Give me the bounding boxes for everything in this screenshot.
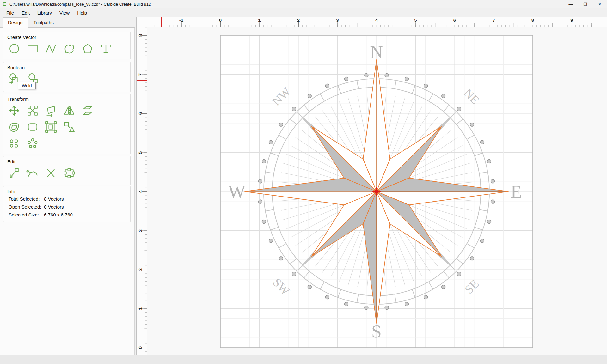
application-window: C:/Users/willa/Downloads/compass_rose_v8… (0, 0, 607, 364)
curve-tool[interactable] (61, 41, 77, 56)
transform-group: Transform (3, 94, 131, 154)
info-value: 6.760 x 6.760 (44, 212, 73, 217)
canvas-area: -10123456789 876543210 N E S W NW NE SW (135, 17, 607, 355)
v-ruler-number: 5 (138, 151, 143, 154)
info-label: Selected Size: (9, 212, 44, 217)
trim-tool[interactable] (43, 166, 59, 181)
h-ruler-number: 1 (258, 17, 261, 23)
compass-label-e[interactable]: E (511, 181, 522, 202)
info-group: Info Total Selected: 8 Vectors Open Sele… (3, 186, 131, 222)
boolean-group: Boolean Weld (3, 62, 131, 92)
v-ruler-number: 7 (138, 73, 143, 76)
info-value: 0 Vectors (44, 204, 64, 209)
scale-copy-tool[interactable] (61, 119, 77, 135)
nested-offset-tool[interactable] (43, 119, 59, 135)
compass-label-w[interactable]: W (228, 181, 246, 202)
ruler-cursor-y (137, 80, 147, 81)
menu-bar: FileEditLibraryViewHelp (0, 8, 607, 17)
design-panel: Create Vector Boolean (0, 28, 135, 355)
h-ruler-number: 7 (492, 17, 495, 23)
v-ruler-number: 3 (138, 229, 143, 232)
scale-tool[interactable] (24, 103, 41, 118)
menu-file[interactable]: File (3, 9, 18, 17)
sidebar: Design Toolpaths Create Vector (0, 17, 135, 364)
weld-tooltip: Weld (18, 82, 36, 89)
h-ruler-number: 2 (297, 17, 300, 23)
h-ruler-number: -1 (179, 17, 183, 23)
offset-tool[interactable] (6, 119, 22, 135)
round-corners-tool[interactable] (24, 119, 41, 135)
rectangle-tool[interactable] (24, 41, 41, 56)
shear-tool[interactable] (79, 103, 96, 118)
boundary-tool[interactable] (61, 166, 77, 181)
create-vector-title: Create Vector (3, 32, 130, 40)
tab-toolpaths[interactable]: Toolpaths (28, 17, 59, 28)
info-selected-size: Selected Size: 6.760 x 6.760 (3, 211, 130, 219)
info-title: Info (3, 186, 130, 195)
info-total-selected: Total Selected: 8 Vectors (3, 195, 130, 203)
h-ruler-number: 5 (414, 17, 417, 23)
text-tool[interactable] (98, 41, 114, 56)
transform-title: Transform (3, 94, 130, 102)
ruler-cursor-x (161, 17, 162, 27)
design-canvas[interactable]: N E S W NW NE SW SE (147, 27, 607, 355)
h-ruler-number: 4 (375, 17, 378, 23)
flip-tool[interactable] (61, 103, 77, 118)
h-ruler-number: 8 (531, 17, 534, 23)
info-open-selected: Open Selected: 0 Vectors (3, 203, 130, 211)
v-ruler-number: 0 (138, 346, 143, 349)
polyline-tool[interactable] (43, 41, 59, 56)
compass-label-n[interactable]: N (370, 42, 383, 62)
node-edit-tool[interactable] (6, 166, 22, 181)
menu-help[interactable]: Help (73, 9, 91, 17)
design-viewport[interactable]: N E S W NW NE SW SE (147, 27, 607, 355)
circular-array-tool[interactable] (6, 136, 22, 151)
info-label: Open Selected: (9, 204, 44, 209)
maximize-button[interactable]: ❐ (578, 0, 592, 8)
tab-design[interactable]: Design (3, 17, 28, 28)
edit-group: Edit (3, 156, 131, 185)
move-tool[interactable] (6, 103, 22, 118)
title-bar: C:/Users/willa/Downloads/compass_rose_v8… (0, 0, 607, 8)
v-ruler-number: 2 (138, 268, 143, 271)
info-label: Total Selected: (9, 196, 44, 202)
h-ruler-number: 0 (219, 17, 222, 23)
window-controls: — ❐ ✕ (563, 0, 607, 8)
curve-edit-tool[interactable] (24, 166, 41, 181)
ruler-corner (136, 17, 147, 27)
menu-library[interactable]: Library (34, 9, 56, 17)
edit-title: Edit (3, 156, 130, 165)
close-button[interactable]: ✕ (592, 0, 607, 8)
create-vector-group: Create Vector (3, 32, 131, 59)
main-area: Design Toolpaths Create Vector (0, 17, 607, 364)
h-ruler-number: 6 (453, 17, 456, 23)
v-ruler-number: 1 (138, 307, 143, 310)
circle-tool[interactable] (6, 41, 22, 56)
cluster-array-tool[interactable] (24, 136, 41, 151)
tab-bar: Design Toolpaths (0, 17, 135, 28)
vertical-ruler: 876543210 (136, 27, 147, 355)
v-ruler-number: 4 (138, 190, 143, 193)
compass-label-s[interactable]: S (371, 321, 382, 342)
info-value: 8 Vectors (44, 196, 64, 202)
boolean-title: Boolean (3, 62, 130, 71)
minimize-button[interactable]: — (563, 0, 578, 8)
polygon-tool[interactable] (79, 41, 96, 56)
menu-view[interactable]: View (56, 9, 73, 17)
h-ruler-number: 3 (336, 17, 339, 23)
horizontal-ruler: -10123456789 (147, 17, 607, 27)
v-ruler-number: 8 (138, 34, 143, 37)
status-bar (0, 355, 607, 364)
menu-edit[interactable]: Edit (18, 9, 34, 17)
app-icon (3, 2, 7, 6)
h-ruler-number: 9 (570, 17, 573, 23)
v-ruler-number: 6 (138, 112, 143, 115)
window-title: C:/Users/willa/Downloads/compass_rose_v8… (9, 2, 151, 7)
rotate-tool[interactable] (43, 103, 59, 118)
